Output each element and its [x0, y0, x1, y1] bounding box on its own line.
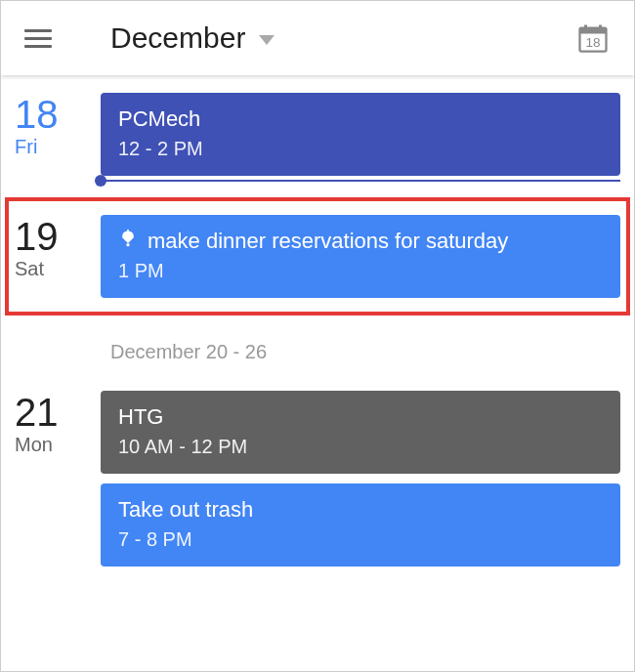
- svg-rect-1: [580, 28, 607, 34]
- date-column[interactable]: 18 Fri: [15, 93, 101, 188]
- events-column: HTG 10 AM - 12 PM Take out trash 7 - 8 P…: [101, 391, 620, 576]
- date-weekday: Mon: [15, 434, 101, 456]
- event-time: 1 PM: [118, 260, 603, 282]
- reminder-icon: [118, 229, 138, 254]
- month-picker[interactable]: December: [110, 21, 275, 55]
- month-label: December: [110, 21, 245, 55]
- event-time: 12 - 2 PM: [118, 138, 603, 160]
- event-title: HTG: [118, 404, 603, 430]
- date-number: 18: [15, 95, 101, 134]
- hamburger-menu-icon[interactable]: [24, 24, 52, 53]
- date-number: 19: [15, 217, 101, 256]
- day-row: 21 Mon HTG 10 AM - 12 PM Take out trash …: [1, 381, 634, 586]
- event-card[interactable]: HTG 10 AM - 12 PM: [101, 391, 620, 474]
- event-title: make dinner reservations for saturday: [118, 229, 603, 254]
- events-column: make dinner reservations for saturday 1 …: [101, 215, 620, 298]
- current-time-indicator: [101, 180, 620, 182]
- event-title: Take out trash: [118, 497, 603, 523]
- svg-rect-2: [584, 25, 587, 31]
- chevron-down-icon: [259, 35, 275, 45]
- day-row: 19 Sat make dinner reservations for satu…: [1, 197, 634, 315]
- event-time: 7 - 8 PM: [118, 528, 603, 551]
- week-separator: December 20 - 26: [1, 315, 634, 381]
- svg-rect-3: [599, 25, 602, 31]
- event-time: 10 AM - 12 PM: [118, 436, 603, 458]
- svg-text:18: 18: [585, 35, 600, 50]
- event-card[interactable]: PCMech 12 - 2 PM: [101, 93, 620, 176]
- svg-point-5: [126, 243, 129, 246]
- agenda-list: 18 Fri PCMech 12 - 2 PM 19 Sat: [1, 75, 634, 586]
- calendar-icon: 18: [575, 21, 611, 56]
- event-title-text: make dinner reservations for saturday: [148, 229, 508, 254]
- app-header: December 18: [1, 1, 634, 75]
- date-column[interactable]: 21 Mon: [15, 391, 101, 576]
- date-weekday: Sat: [15, 258, 101, 280]
- date-number: 21: [15, 393, 101, 432]
- date-weekday: Fri: [15, 136, 101, 158]
- event-card[interactable]: Take out trash 7 - 8 PM: [101, 483, 620, 567]
- today-button[interactable]: 18: [575, 21, 611, 56]
- event-card[interactable]: make dinner reservations for saturday 1 …: [101, 215, 620, 298]
- day-row: 18 Fri PCMech 12 - 2 PM: [1, 83, 634, 197]
- event-title: PCMech: [118, 106, 603, 132]
- events-column: PCMech 12 - 2 PM: [101, 93, 620, 188]
- date-column[interactable]: 19 Sat: [15, 215, 101, 298]
